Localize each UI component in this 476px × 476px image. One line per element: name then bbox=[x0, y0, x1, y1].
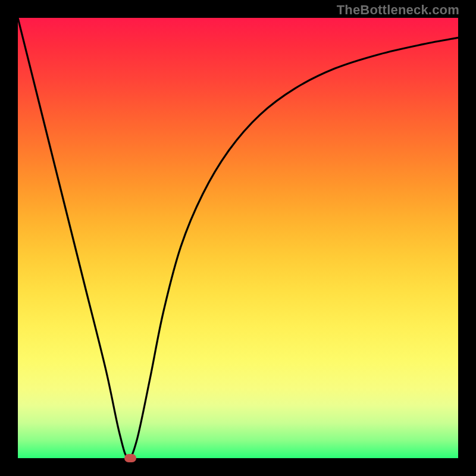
watermark-text: TheBottleneck.com bbox=[337, 2, 459, 18]
plot-area bbox=[18, 18, 458, 458]
optimal-marker bbox=[124, 454, 136, 462]
chart-frame: TheBottleneck.com bbox=[0, 0, 476, 476]
bottleneck-curve-layer bbox=[18, 18, 458, 458]
bottleneck-curve bbox=[18, 18, 458, 458]
